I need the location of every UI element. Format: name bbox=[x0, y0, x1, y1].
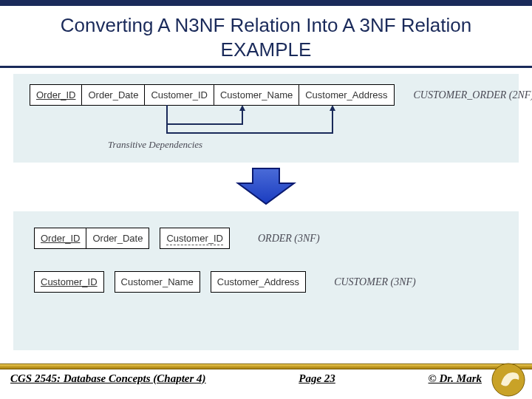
svg-marker-0 bbox=[239, 105, 245, 111]
footer-right: © Dr. Mark bbox=[429, 372, 482, 385]
col-text: Customer_ID bbox=[166, 233, 223, 245]
ucf-pegasus-logo-icon bbox=[491, 362, 526, 398]
footer: CGS 2545: Database Concepts (Chapter 4) … bbox=[0, 364, 532, 399]
col-order-date: Order_Date bbox=[86, 228, 149, 249]
col-customer-id: Customer_ID bbox=[145, 84, 214, 106]
relation-label-customer: CUSTOMER (3NF) bbox=[334, 276, 416, 288]
col-customer-name: Customer_Name bbox=[214, 84, 299, 106]
relation-customer-order: Order_ID Order_Date Customer_ID Customer… bbox=[30, 84, 511, 106]
transitive-dependencies-label: Transitive Dependencies bbox=[108, 139, 202, 151]
panel-2nf: Order_ID Order_Date Customer_ID Customer… bbox=[13, 74, 519, 163]
svg-marker-2 bbox=[238, 168, 294, 204]
col-order-date: Order_Date bbox=[82, 84, 145, 106]
top-accent-bar bbox=[0, 0, 532, 6]
col-customer-name: Customer_Name bbox=[115, 271, 200, 293]
title-underline bbox=[0, 66, 532, 68]
col-order-id: Order_ID bbox=[30, 84, 82, 106]
down-arrow-icon bbox=[235, 167, 297, 205]
slide-title: Converting A N3NF Relation Into A 3NF Re… bbox=[0, 6, 532, 66]
title-line-2: EXAMPLE bbox=[221, 38, 312, 61]
col-order-id: Order_ID bbox=[34, 228, 86, 249]
relation-order: Order_ID Order_Date Customer_ID ORDER (3… bbox=[34, 228, 511, 249]
panel-3nf: Order_ID Order_Date Customer_ID ORDER (3… bbox=[13, 211, 519, 350]
footer-left: CGS 2545: Database Concepts (Chapter 4) bbox=[10, 372, 206, 385]
col-text: Order_ID bbox=[36, 89, 75, 100]
col-text: Customer_ID bbox=[41, 276, 98, 287]
footer-gold-stripe bbox=[0, 364, 532, 369]
svg-marker-1 bbox=[330, 105, 335, 111]
relation-label-customer-order: CUSTOMER_ORDER (2NF) bbox=[414, 89, 532, 101]
col-text: Order_ID bbox=[41, 233, 80, 244]
relation-customer: Customer_ID Customer_Name Customer_Addre… bbox=[34, 271, 511, 293]
col-customer-id-fk: Customer_ID bbox=[160, 228, 230, 249]
title-line-1: Converting A N3NF Relation Into A 3NF Re… bbox=[61, 14, 471, 36]
col-customer-address: Customer_Address bbox=[299, 84, 394, 106]
footer-center: Page 23 bbox=[299, 372, 335, 385]
relation-label-order: ORDER (3NF) bbox=[258, 233, 320, 245]
col-customer-address: Customer_Address bbox=[211, 271, 306, 293]
col-customer-id: Customer_ID bbox=[34, 271, 104, 293]
